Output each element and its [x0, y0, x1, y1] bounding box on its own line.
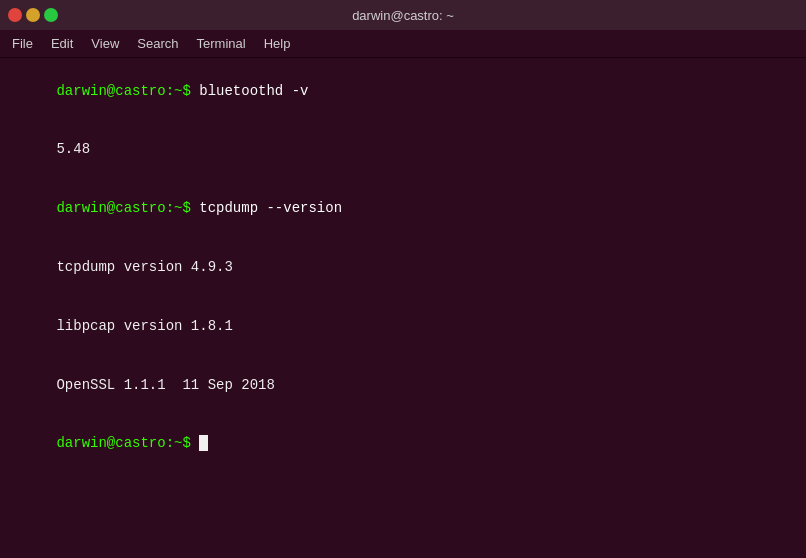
maximize-button[interactable]: [44, 8, 58, 22]
output-5: libpcap version 1.8.1: [56, 318, 232, 334]
menu-file[interactable]: File: [4, 34, 41, 53]
menu-help[interactable]: Help: [256, 34, 299, 53]
prompt-7: darwin@castro:~$: [56, 435, 199, 451]
terminal-line-7: darwin@castro:~$: [6, 415, 800, 474]
command-3: tcpdump --version: [199, 200, 342, 216]
terminal-line-3: darwin@castro:~$ tcpdump --version: [6, 180, 800, 239]
terminal-line-6: OpenSSL 1.1.1 11 Sep 2018: [6, 356, 800, 415]
output-2: 5.48: [56, 141, 90, 157]
menu-terminal[interactable]: Terminal: [189, 34, 254, 53]
menu-view[interactable]: View: [83, 34, 127, 53]
menu-search[interactable]: Search: [129, 34, 186, 53]
close-button[interactable]: [8, 8, 22, 22]
terminal-line-5: libpcap version 1.8.1: [6, 297, 800, 356]
menu-bar: File Edit View Search Terminal Help: [0, 30, 806, 58]
terminal-window: darwin@castro: ~ File Edit View Search T…: [0, 0, 806, 558]
terminal-line-1: darwin@castro:~$ bluetoothd -v: [6, 62, 800, 121]
terminal-cursor: [199, 435, 208, 451]
output-6: OpenSSL 1.1.1 11 Sep 2018: [56, 377, 274, 393]
window-controls[interactable]: [8, 8, 58, 22]
prompt-1: darwin@castro:~$: [56, 83, 199, 99]
minimize-button[interactable]: [26, 8, 40, 22]
terminal-body[interactable]: darwin@castro:~$ bluetoothd -v 5.48 darw…: [0, 58, 806, 558]
output-4: tcpdump version 4.9.3: [56, 259, 232, 275]
prompt-3: darwin@castro:~$: [56, 200, 199, 216]
terminal-line-2: 5.48: [6, 121, 800, 180]
command-1: bluetoothd -v: [199, 83, 308, 99]
window-title: darwin@castro: ~: [352, 8, 454, 23]
menu-edit[interactable]: Edit: [43, 34, 81, 53]
terminal-line-4: tcpdump version 4.9.3: [6, 238, 800, 297]
title-bar: darwin@castro: ~: [0, 0, 806, 30]
